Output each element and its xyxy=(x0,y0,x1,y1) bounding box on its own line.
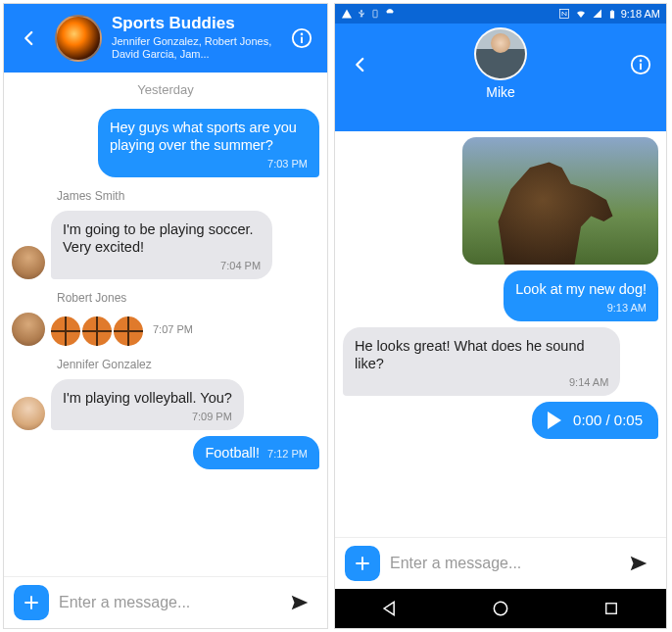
status-right: 9:18 AM xyxy=(558,8,660,21)
group-avatar[interactable] xyxy=(55,15,102,62)
svg-point-8 xyxy=(640,60,643,63)
message-text: I'm playing volleyball. You? xyxy=(63,390,232,406)
android-icon xyxy=(384,8,396,20)
device-icon xyxy=(370,8,380,20)
svg-point-10 xyxy=(494,602,506,614)
nfc-icon xyxy=(558,8,570,20)
message-time: 7:09 PM xyxy=(63,411,232,424)
send-icon xyxy=(628,553,649,574)
svg-rect-3 xyxy=(373,10,377,18)
message-input[interactable] xyxy=(59,594,272,611)
sender-name: Jennifer Gonzalez xyxy=(57,358,319,371)
chat-title: Sports Buddies xyxy=(112,15,276,33)
message-text: Hey guys what sports are you playing ove… xyxy=(110,120,297,153)
message-sent[interactable]: Hey guys what sports are you playing ove… xyxy=(12,109,319,177)
composer xyxy=(4,576,327,628)
chevron-left-icon xyxy=(21,29,38,47)
chat-subtitle: Jennifer Gonzalez, Robert Jones, David G… xyxy=(112,35,276,61)
info-icon xyxy=(630,54,651,75)
message-received[interactable]: 7:07 PM xyxy=(12,313,319,346)
basketball-icon xyxy=(51,316,80,346)
message-text: I'm going to be playing soccer. Very exc… xyxy=(63,221,254,255)
message-bubble: Football! 7:12 PM xyxy=(193,436,319,469)
nav-recent[interactable] xyxy=(592,589,631,628)
chevron-left-icon xyxy=(352,56,369,73)
message-time: 7:12 PM xyxy=(267,448,308,462)
send-button[interactable] xyxy=(621,546,656,581)
chat-screen-group: Sports Buddies Jennifer Gonzalez, Robert… xyxy=(3,3,328,629)
plus-icon xyxy=(354,555,371,572)
audio-duration: 0:00 / 0:05 xyxy=(573,412,643,428)
attach-button[interactable] xyxy=(345,546,380,581)
android-navbar xyxy=(335,589,666,628)
message-list[interactable]: Look at my new dog! 9:13 AM He looks gre… xyxy=(335,131,666,537)
info-icon xyxy=(291,27,312,49)
nav-home[interactable] xyxy=(481,589,520,628)
dog-image xyxy=(462,137,658,265)
message-input[interactable] xyxy=(390,555,611,572)
attach-button[interactable] xyxy=(14,585,49,620)
day-divider: Yesterday xyxy=(12,82,319,97)
message-sent[interactable]: Football! 7:12 PM xyxy=(12,436,319,469)
triangle-back-icon xyxy=(380,599,400,618)
sender-name: Robert Jones xyxy=(57,291,319,305)
avatar[interactable] xyxy=(12,397,45,430)
info-button[interactable] xyxy=(625,49,656,80)
plus-icon xyxy=(23,594,40,611)
message-bubble: I'm going to be playing soccer. Very exc… xyxy=(51,211,272,279)
signal-icon xyxy=(592,8,603,20)
usb-icon xyxy=(357,8,366,20)
profile-avatar xyxy=(474,27,527,80)
message-time: 9:13 AM xyxy=(515,302,647,316)
square-recent-icon xyxy=(602,600,620,617)
wifi-icon xyxy=(574,8,588,20)
message-image[interactable] xyxy=(343,137,658,265)
message-time: 7:07 PM xyxy=(153,323,193,335)
message-text: Football! xyxy=(205,444,260,462)
send-button[interactable] xyxy=(282,585,317,620)
chat-screen-direct: 9:18 AM Mike Look at my new do xyxy=(334,3,667,629)
message-received[interactable]: I'm playing volleyball. You? 7:09 PM xyxy=(12,379,319,430)
message-bubble: Hey guys what sports are you playing ove… xyxy=(98,109,319,177)
message-time: 7:04 PM xyxy=(63,260,261,273)
warning-icon xyxy=(341,8,353,20)
status-time: 9:18 AM xyxy=(621,8,660,20)
message-sent[interactable]: Look at my new dog! 9:13 AM xyxy=(343,270,658,321)
chat-header: Mike xyxy=(335,24,666,131)
send-icon xyxy=(289,592,311,613)
message-time: 7:03 PM xyxy=(110,158,308,171)
message-text: He looks great! What does he sound like? xyxy=(355,338,585,371)
message-audio[interactable]: 0:00 / 0:05 xyxy=(343,402,658,439)
svg-rect-6 xyxy=(611,10,613,11)
battery-icon xyxy=(607,8,617,21)
back-button[interactable] xyxy=(345,49,376,80)
message-received[interactable]: I'm going to be playing soccer. Very exc… xyxy=(12,211,319,279)
play-icon xyxy=(548,412,561,429)
message-received[interactable]: He looks great! What does he sound like?… xyxy=(343,327,658,396)
status-left xyxy=(341,8,396,20)
svg-rect-5 xyxy=(610,11,614,19)
profile-name: Mike xyxy=(486,84,515,100)
info-button[interactable] xyxy=(286,23,317,54)
avatar[interactable] xyxy=(12,246,45,279)
back-button[interactable] xyxy=(14,23,45,54)
basketball-icon xyxy=(114,316,143,346)
svg-rect-2 xyxy=(301,37,303,43)
emoji-content xyxy=(51,316,143,346)
audio-player[interactable]: 0:00 / 0:05 xyxy=(532,402,658,439)
message-time: 9:14 AM xyxy=(355,376,608,390)
nav-back[interactable] xyxy=(370,589,409,628)
message-bubble: I'm playing volleyball. You? 7:09 PM xyxy=(51,379,244,430)
header-text[interactable]: Sports Buddies Jennifer Gonzalez, Robert… xyxy=(112,15,276,61)
message-bubble: Look at my new dog! 9:13 AM xyxy=(504,270,658,321)
svg-rect-9 xyxy=(640,64,642,70)
basketball-icon xyxy=(82,316,112,346)
avatar[interactable] xyxy=(12,313,45,346)
svg-rect-11 xyxy=(605,604,616,614)
chat-header: Sports Buddies Jennifer Gonzalez, Robert… xyxy=(4,4,327,73)
svg-point-1 xyxy=(301,33,304,36)
message-list[interactable]: Yesterday Hey guys what sports are you p… xyxy=(4,73,327,576)
profile-block[interactable]: Mike xyxy=(474,27,527,100)
composer xyxy=(335,537,666,589)
circle-home-icon xyxy=(491,599,510,618)
